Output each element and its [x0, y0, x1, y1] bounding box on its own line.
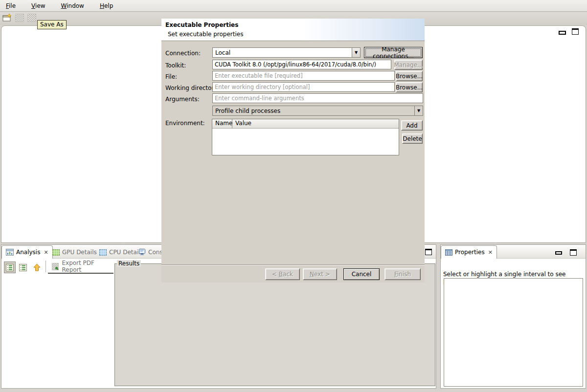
menu-help[interactable]: Help — [98, 1, 115, 10]
connection-combo[interactable]: Local ▼ — [212, 47, 361, 58]
save-as-tooltip: Save As — [37, 20, 67, 29]
tab-analysis-label: Analysis — [16, 249, 40, 256]
export-pdf-icon — [52, 263, 59, 270]
save-icon — [15, 14, 24, 22]
menu-file-label: ile — [9, 2, 16, 9]
executable-properties-dialog: Executable Properties Set executable pro… — [161, 19, 425, 283]
connection-combo-arrow-icon[interactable]: ▼ — [352, 48, 360, 57]
properties-maximize-icon[interactable] — [570, 249, 577, 256]
next-mnemonic: N — [310, 271, 314, 278]
properties-table-icon — [445, 249, 452, 256]
properties-minimize-icon[interactable] — [555, 251, 562, 255]
menu-window-mnemonic: W — [61, 2, 67, 9]
menu-view-mnemonic: V — [31, 2, 35, 9]
menu-window[interactable]: Window — [59, 1, 86, 10]
dialog-header: Executable Properties Set executable pro… — [161, 19, 425, 41]
dialog-subtitle: Set executable properties — [168, 31, 243, 38]
up-arrow-icon[interactable] — [31, 261, 43, 273]
working-directory-input[interactable] — [212, 82, 395, 92]
back-rest: ack — [283, 271, 293, 278]
file-label: File: — [165, 73, 177, 80]
arguments-label: Arguments: — [165, 96, 200, 103]
finish-rest: inish — [397, 271, 411, 278]
finish-button-label: Finish — [394, 271, 411, 278]
tab-properties-close-icon[interactable]: ✕ — [487, 249, 493, 256]
toolkit-input[interactable] — [212, 60, 391, 69]
environment-label: Environment: — [165, 120, 205, 127]
next-rest: ext > — [314, 271, 330, 278]
tab-properties-label: Properties — [455, 249, 485, 256]
connection-combo-value: Local — [213, 49, 352, 56]
menu-file[interactable]: File — [4, 1, 18, 10]
profile-child-processes-combo[interactable]: Profile child processes ▼ — [212, 106, 423, 116]
console-icon — [138, 249, 146, 256]
browse-working-directory-button[interactable]: Browse... — [396, 82, 423, 92]
environment-table[interactable]: Name Value — [212, 119, 399, 155]
tab-analysis-close-icon[interactable]: ✕ — [43, 249, 48, 256]
dialog-title: Executable Properties — [165, 22, 238, 28]
connection-label: Connection: — [165, 50, 201, 57]
environment-table-header: Name Value — [212, 119, 399, 129]
environment-col-name[interactable]: Name — [212, 119, 232, 128]
back-pre: < — [272, 271, 279, 278]
menu-view[interactable]: View — [29, 1, 47, 10]
save-as-icon[interactable] — [27, 14, 36, 22]
cpu-details-grid-icon — [99, 249, 107, 256]
dialog-header-gradient — [302, 19, 425, 41]
manage-connections-button[interactable]: Manage connections... — [364, 47, 423, 58]
browse-file-button[interactable]: Browse... — [396, 71, 423, 81]
profile-child-processes-value: Profile child processes — [213, 108, 414, 114]
file-input[interactable] — [212, 71, 395, 81]
results-group-label: Results — [117, 260, 141, 267]
editor-maximize-icon[interactable] — [572, 28, 579, 35]
menu-window-label: indow — [67, 2, 84, 9]
finish-button: Finish — [384, 268, 421, 280]
environment-col-value[interactable]: Value — [232, 119, 254, 128]
analysis-chart-icon — [6, 249, 14, 256]
menu-help-label: elp — [104, 2, 113, 9]
toolkit-label: Toolkit: — [165, 62, 186, 69]
tab-analysis[interactable]: Analysis ✕ — [1, 245, 53, 259]
export-pdf-report-label: Export PDF Report — [62, 260, 113, 273]
menu-bar: File View Window Help — [0, 0, 587, 12]
manage-toolkit-button: Manage... — [394, 60, 423, 70]
cancel-button[interactable]: Cancel — [343, 268, 380, 280]
tab-properties[interactable]: Properties ✕ — [441, 245, 497, 259]
export-pdf-report-button[interactable]: Export PDF Report — [48, 260, 113, 274]
editor-minimize-icon[interactable] — [559, 31, 566, 35]
tab-gpu-details-label: GPU Details — [62, 249, 97, 256]
tab-gpu-details[interactable]: GPU Details — [48, 246, 101, 259]
add-environment-button[interactable]: Add — [401, 120, 423, 131]
delete-environment-button[interactable]: Delete — [402, 133, 423, 144]
back-button: < Back — [265, 268, 300, 280]
new-session-icon[interactable] — [2, 14, 12, 22]
working-directory-label: Working directory: — [165, 85, 219, 91]
next-button: Next > — [303, 268, 337, 280]
properties-panel-tabbar: Properties ✕ — [441, 245, 586, 259]
gpu-details-grid-icon — [52, 249, 60, 256]
toolbar-divider — [45, 261, 46, 272]
properties-panel: Properties ✕ Select or highlight a singl… — [440, 244, 586, 389]
analysis-panel-maximize-icon[interactable] — [425, 249, 432, 255]
guided-analysis-icon[interactable] — [4, 261, 16, 273]
menu-help-mnemonic: H — [100, 2, 104, 9]
back-mnemonic: B — [279, 271, 283, 278]
next-button-label: Next > — [310, 271, 330, 278]
menu-view-label: iew — [35, 2, 45, 9]
back-button-label: < Back — [272, 271, 293, 278]
arguments-input[interactable] — [212, 93, 423, 103]
properties-content-box — [444, 278, 583, 387]
dialog-separator — [161, 264, 425, 265]
unguided-analysis-icon[interactable] — [17, 261, 29, 273]
profile-child-processes-arrow-icon[interactable]: ▼ — [414, 106, 423, 115]
